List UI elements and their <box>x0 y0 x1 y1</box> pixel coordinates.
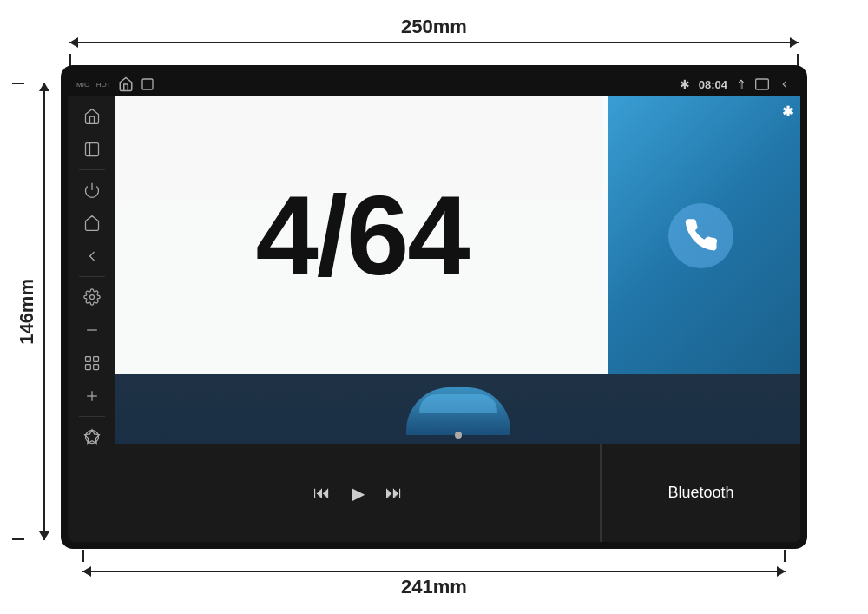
left-arrow-line <box>43 83 45 540</box>
back-icon[interactable] <box>778 78 792 90</box>
top-dimension-label: 250mm <box>401 16 467 38</box>
bottom-dimension: 241mm <box>82 571 786 598</box>
top-arrow-line <box>69 42 799 43</box>
tick-bottom-left <box>82 550 84 562</box>
media-controls: ⏮ ▶ ⏭ <box>115 444 602 542</box>
left-dimension-label: 146mm <box>16 279 38 345</box>
sidebar-divider-2 <box>79 276 105 277</box>
bluetooth-status-icon: ✱ <box>680 77 690 91</box>
sidebar-btn-vol-down[interactable] <box>76 315 108 345</box>
device-screen: MIC HOT ✱ 08:04 ⇑ <box>68 72 800 542</box>
page-indicator <box>455 432 462 439</box>
main-area: 4/64 ✱ <box>68 96 800 542</box>
recent-apps-icon[interactable] <box>755 78 769 90</box>
device-body: MIC HOT ✱ 08:04 ⇑ <box>61 65 807 549</box>
svg-rect-10 <box>93 365 98 370</box>
play-button[interactable]: ▶ <box>352 483 365 504</box>
sidebar-btn-apps[interactable] <box>76 348 108 378</box>
status-left: MIC HOT <box>76 76 155 92</box>
svg-rect-0 <box>142 79 153 89</box>
svg-point-5 <box>89 295 94 300</box>
hot-icon: HOT <box>96 81 111 89</box>
sidebar-btn-screenshot[interactable] <box>76 135 108 164</box>
sidebar-btn-settings[interactable] <box>76 282 108 312</box>
car-image <box>406 387 510 435</box>
mic-icon: MIC <box>76 81 89 89</box>
sidebar <box>68 96 115 542</box>
sidebar-btn-home2[interactable] <box>76 208 108 238</box>
sidebar-divider-1 <box>79 169 105 170</box>
svg-rect-7 <box>85 357 90 362</box>
svg-rect-2 <box>85 143 98 156</box>
time-display: 08:04 <box>699 78 727 91</box>
status-bar: MIC HOT ✱ 08:04 ⇑ <box>68 72 800 96</box>
screen-content: 4/64 ✱ <box>115 96 800 542</box>
bottom-arrow-line <box>82 571 786 572</box>
phone-bluetooth-icon <box>683 217 720 254</box>
tick-bottom-right <box>784 550 786 562</box>
prev-button[interactable]: ⏮ <box>313 483 331 503</box>
status-right: ✱ 08:04 ⇑ <box>680 77 792 91</box>
sidebar-btn-navigation[interactable] <box>76 422 108 452</box>
bluetooth-label: Bluetooth <box>668 484 734 502</box>
next-button[interactable]: ⏭ <box>385 483 403 503</box>
sidebar-btn-power[interactable] <box>76 175 108 205</box>
tick-top-left <box>69 54 71 66</box>
phone-icon-container: ✱ <box>668 203 733 268</box>
right-phone-panel[interactable]: ✱ <box>602 96 800 374</box>
status-home-icon[interactable] <box>118 76 134 92</box>
spec-number: 4/64 <box>256 179 469 292</box>
top-section: 4/64 ✱ <box>115 96 800 444</box>
status-screenshot-icon[interactable] <box>141 77 155 91</box>
left-dimension: 146mm <box>16 83 45 540</box>
top-dimension: 250mm <box>69 16 799 43</box>
bottom-dimension-label: 241mm <box>401 576 467 598</box>
svg-rect-1 <box>756 79 769 89</box>
nav-arrow-icon: ⇑ <box>736 77 746 91</box>
spec-overlay: 4/64 <box>115 96 608 374</box>
svg-rect-8 <box>93 357 98 362</box>
bluetooth-overlay-icon: ✱ <box>782 103 793 120</box>
sidebar-btn-vol-up[interactable] <box>76 381 108 411</box>
bluetooth-label-area: Bluetooth <box>602 444 800 542</box>
media-bar: ⏮ ▶ ⏭ Bluetooth <box>115 444 800 542</box>
sidebar-btn-back[interactable] <box>76 241 108 271</box>
tick-top-right <box>797 54 799 66</box>
sidebar-btn-home[interactable] <box>76 102 108 131</box>
sidebar-divider-3 <box>79 416 105 417</box>
svg-rect-9 <box>85 365 90 370</box>
